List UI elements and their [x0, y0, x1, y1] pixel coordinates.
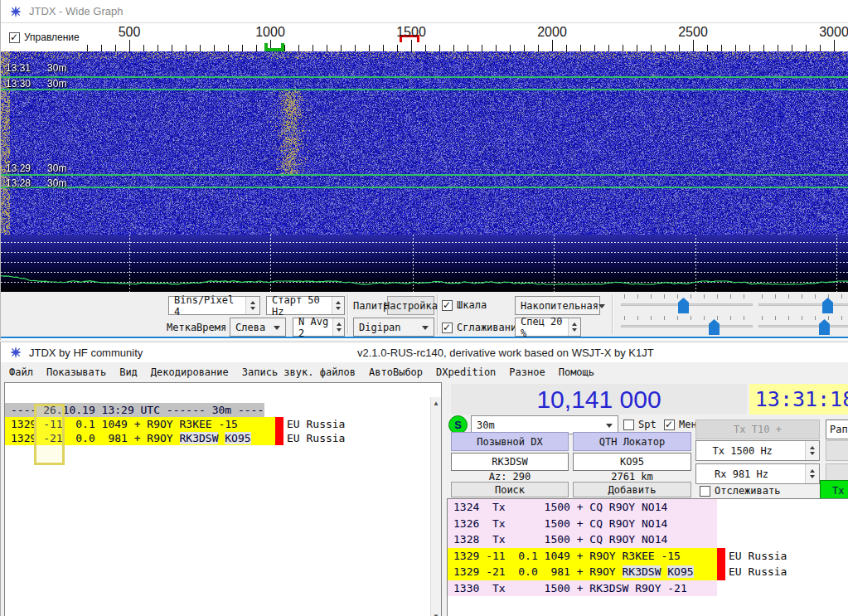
n-avg-spinbox[interactable]: N Avg 2	[293, 318, 345, 337]
spin-arrows[interactable]	[332, 297, 344, 314]
slider-handle[interactable]	[678, 298, 689, 313]
spt-checkbox-label: Spt	[638, 419, 657, 430]
slider-groove[interactable]	[758, 303, 848, 306]
smoothing-checkbox-box[interactable]	[442, 323, 453, 333]
decode-row[interactable]: 1329 -11 0.1 1049 + R9OY R3KEE -15EU Rus…	[5, 417, 431, 431]
scroll-down-icon[interactable]: ▼	[431, 610, 441, 616]
spin-arrows[interactable]	[332, 318, 344, 336]
decode-row[interactable]: 1329 -21 0.0 981 + R9OY RK3DSW KO95EU Ru…	[448, 564, 848, 580]
decode-row[interactable]: 1329 -11 0.1 1049 + R9OY R3KEE -15EU Rus…	[448, 548, 848, 565]
menu-item-2[interactable]: Вид	[113, 364, 144, 381]
bins-per-pixel-spinbox[interactable]: Bins/Pixel 4	[168, 296, 260, 315]
decode-row[interactable]: 1324 Tx 1500 + CQ R9OY NO14	[448, 499, 848, 516]
smoothing-checkbox[interactable]: Сглаживание	[442, 322, 522, 333]
country-tag: EU Russia	[725, 565, 787, 578]
add-button[interactable]: Добавить	[573, 482, 691, 497]
bins-per-pixel-value: Bins/Pixel 4	[174, 294, 245, 318]
spectrum-zero-slider[interactable]	[758, 316, 848, 336]
menu-item-3[interactable]: Декодирование	[144, 364, 235, 381]
dial-frequency-display[interactable]: 10,141 000	[451, 384, 747, 415]
wide-graph-titlebar[interactable]: JTDX - Wide Graph	[1, 0, 848, 23]
separator	[347, 294, 349, 334]
menu-item-4[interactable]: Запись звук. файлов	[235, 364, 362, 381]
dx-call-input[interactable]: RK3DSW	[451, 453, 569, 471]
dx-call-header: Позывной DX	[451, 432, 569, 451]
menu-item-1[interactable]: Показывать	[40, 364, 113, 381]
report-field[interactable]: Рапор	[826, 420, 848, 439]
spt-checkbox[interactable]: Spt	[623, 419, 657, 430]
band-activity-scrollbar[interactable]: ▲ ▼	[430, 397, 441, 616]
scale-checkbox-label: Шкала	[457, 299, 487, 311]
menu-item-0[interactable]: Файл	[2, 364, 40, 381]
scale-checkbox-box[interactable]	[442, 300, 453, 311]
spin-arrows[interactable]	[568, 318, 580, 336]
slider-handle[interactable]	[822, 298, 833, 313]
wide-graph-controls: Bins/Pixel 4 Старт 50 Hz Палитра Настрой…	[1, 292, 848, 338]
report-value: Рапор	[830, 424, 848, 435]
spin-arrows[interactable]	[245, 297, 259, 314]
menu-item-6[interactable]: DXpedition	[429, 364, 502, 381]
track-checkbox[interactable]: Отслеживать	[700, 485, 780, 497]
decode-row[interactable]: 1328 Tx 1500 + CQ R9OY NO14	[448, 531, 848, 548]
country-tag: EU Russia	[725, 550, 787, 562]
menu-item-8[interactable]: Помощь	[552, 364, 601, 381]
spec-percent-value: Спец 20 %	[521, 316, 568, 339]
waterfall-timestamp: 13:3030m	[6, 78, 66, 90]
controls-checkbox[interactable]: Управление	[9, 32, 80, 43]
decode-row[interactable]: 1326 Tx 1500 + CQ R9OY NO14	[448, 516, 848, 532]
scale-label-2500: 2500	[678, 25, 708, 40]
scale-label-1000: 1000	[255, 25, 285, 40]
tx-t10-control: Tx T10 +	[695, 420, 820, 439]
search-button[interactable]: Поиск	[451, 482, 569, 497]
dx-grid-input[interactable]: KO95	[573, 453, 691, 471]
waterfall-zero-slider[interactable]	[758, 294, 848, 314]
scroll-up-icon[interactable]: ▲	[431, 397, 441, 409]
timestamp-position-combobox[interactable]: Слева	[230, 318, 286, 337]
slider-groove[interactable]	[621, 325, 753, 327]
menu-item-5[interactable]: АвтоВыбор	[362, 364, 429, 381]
scale-checkbox[interactable]: Шкала	[442, 299, 487, 311]
waterfall-display[interactable]	[1, 51, 848, 235]
controls-checkbox-box[interactable]	[9, 32, 20, 43]
spin-arrows[interactable]	[805, 464, 819, 483]
jtdx-app-icon	[9, 346, 22, 359]
palette-settings-button[interactable]: Настройка	[387, 296, 434, 315]
scale-label-2000: 2000	[537, 25, 567, 40]
spin-arrows[interactable]	[805, 441, 819, 460]
tx-freq-side-button[interactable]	[826, 440, 848, 461]
menu-bar: ФайлПоказыватьВидДекодированиеЗапись зву…	[1, 362, 848, 382]
main-window: JTDX by HF community v2.1.0-RUS-rc140, d…	[0, 342, 848, 616]
menu-item-7[interactable]: Разное	[502, 364, 551, 381]
band-separator-row[interactable]: ---- 26.10.19 13:29 UTC ------ 30m ----	[5, 403, 431, 417]
spectrum-gain-slider[interactable]	[621, 316, 753, 336]
spectrum-display[interactable]	[1, 235, 848, 292]
annotation-highlight-box	[34, 404, 65, 465]
slider-ticks	[762, 316, 846, 320]
wide-graph-window: JTDX - Wide Graph Управление 50010001500…	[0, 0, 848, 340]
track-checkbox-box[interactable]	[700, 486, 710, 497]
dx-grid-header: QTH Локатор	[573, 432, 691, 451]
start-hz-value: Старт 50 Hz	[272, 294, 332, 318]
spt-checkbox-box[interactable]	[623, 420, 634, 430]
rx-frequency-marker[interactable]	[264, 43, 284, 51]
slider-groove[interactable]	[758, 325, 848, 327]
decode-row[interactable]: 1329 -21 0.0 981 + R9OY RK3DSW KO95EU Ru…	[5, 431, 431, 445]
tx-freq-spinbox[interactable]: Tx 1500 Hz	[695, 440, 820, 461]
scale-label-3000: 3000	[819, 25, 848, 40]
rx-freq-spinbox[interactable]: Rx 981 Hz	[695, 463, 820, 484]
continent-marker	[717, 548, 725, 565]
main-titlebar[interactable]: JTDX by HF community v2.1.0-RUS-rc140, d…	[1, 342, 848, 362]
menu-checkbox-box[interactable]	[664, 420, 675, 430]
n-avg-value: N Avg 2	[298, 316, 332, 339]
jtdx-app-icon	[9, 5, 22, 18]
spec-percent-spinbox[interactable]: Спец 20 %	[515, 318, 581, 337]
waterfall-gain-slider[interactable]	[621, 294, 753, 314]
palette-combobox[interactable]: Digipan	[353, 318, 434, 337]
frequency-scale[interactable]: Управление 50010001500200025003000	[1, 23, 848, 51]
slider-handle[interactable]	[709, 319, 720, 335]
decode-row[interactable]: 1330 Tx 1500 + RK3DSW R9OY -21	[448, 580, 848, 597]
wide-graph-title: JTDX - Wide Graph	[29, 5, 123, 17]
average-mode-combobox[interactable]: Накопительная	[515, 296, 600, 315]
slider-handle[interactable]	[819, 319, 830, 335]
start-hz-spinbox[interactable]: Старт 50 Hz	[266, 296, 345, 315]
